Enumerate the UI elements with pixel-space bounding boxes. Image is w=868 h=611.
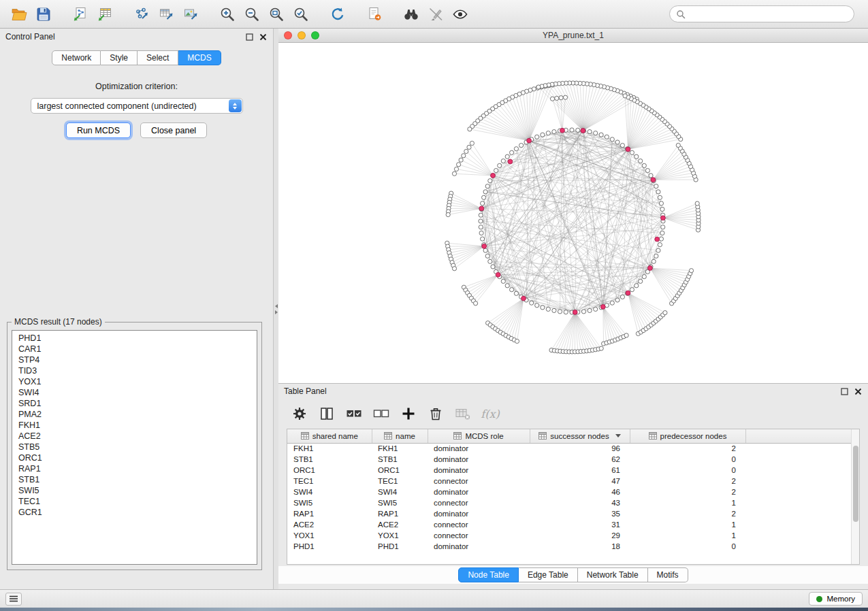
close-table-panel-button[interactable] [853, 386, 863, 396]
tab-style[interactable]: Style [101, 50, 138, 65]
mcds-result-item[interactable]: ACE2 [18, 431, 257, 442]
table-options-button[interactable] [288, 403, 311, 425]
table-row[interactable]: ACE2ACE2connector311 [287, 519, 859, 530]
table-cell: 2 [630, 508, 745, 519]
table-row[interactable]: ORC1ORC1dominator610 [287, 465, 859, 476]
create-column-button[interactable] [397, 403, 420, 425]
save-session-button[interactable] [31, 3, 56, 26]
table-row[interactable]: FKH1FKH1dominator962 [287, 443, 859, 454]
mcds-result-item[interactable]: FKH1 [18, 420, 257, 431]
column-header-MCDS-role[interactable]: MCDS role [428, 429, 530, 443]
tab-edge-table[interactable]: Edge Table [519, 567, 578, 582]
tab-mcds[interactable]: MCDS [178, 50, 221, 65]
table-cell: SWI5 [287, 497, 372, 508]
import-network-button[interactable] [68, 3, 93, 26]
open-session-button[interactable] [7, 3, 31, 26]
style-button[interactable] [423, 3, 448, 26]
toolbar-separator [117, 14, 129, 14]
tab-network[interactable]: Network [52, 50, 101, 65]
panel-menu-button[interactable] [5, 593, 22, 606]
table-row[interactable]: SWI5SWI5connector431 [287, 497, 859, 508]
plus-icon [400, 406, 417, 422]
mcds-result-item[interactable]: SRD1 [18, 398, 257, 409]
export-image-button[interactable] [178, 3, 203, 26]
table-row[interactable]: STB1STB1dominator620 [287, 454, 859, 465]
run-mcds-button[interactable]: Run MCDS [66, 122, 131, 138]
criterion-dropdown[interactable]: largest connected component (undirected) [31, 98, 243, 114]
show-columns-button[interactable] [315, 403, 338, 425]
mcds-result-item[interactable]: YOX1 [18, 376, 257, 387]
mcds-result-list[interactable]: PHD1CAR1STP4TID3YOX1SWI4SRD1PMA2FKH1ACE2… [12, 330, 257, 565]
import-table-button[interactable] [93, 3, 117, 26]
maximize-window-button[interactable] [311, 31, 319, 39]
table-cell: ACE2 [372, 519, 428, 530]
mcds-result-item[interactable]: GCR1 [18, 507, 257, 518]
search-input[interactable] [690, 10, 848, 19]
zoom-out-button[interactable] [240, 3, 264, 26]
mcds-result-item[interactable]: STB1 [18, 474, 257, 485]
column-type-icon [453, 432, 462, 440]
show-graphics-button[interactable] [448, 3, 472, 26]
panel-splitter[interactable] [274, 29, 278, 589]
table-cell: 2 [630, 443, 745, 454]
column-header-shared-name[interactable]: shared name [287, 429, 372, 443]
table-cell-filler [745, 476, 859, 486]
table-row[interactable]: PHD1PHD1dominator180 [287, 541, 859, 552]
mcds-result-item[interactable]: PMA2 [18, 409, 257, 420]
mcds-result-item[interactable]: PHD1 [18, 333, 257, 344]
share-document-button[interactable] [362, 3, 387, 26]
delete-table-button-disabled[interactable] [451, 403, 475, 425]
refresh-layout-icon [329, 6, 346, 22]
zoom-in-icon [219, 6, 236, 22]
column-header-name[interactable]: name [372, 429, 428, 443]
mcds-result-item[interactable]: CAR1 [18, 344, 257, 354]
export-network-button[interactable] [129, 3, 154, 26]
unselect-all-columns-button[interactable] [370, 403, 393, 425]
search-box [669, 5, 854, 22]
mcds-result-item[interactable]: SWI4 [18, 387, 257, 398]
table-row[interactable]: RAP1RAP1dominator352 [287, 508, 859, 519]
minimize-window-button[interactable] [298, 31, 306, 39]
table-cell-filler [745, 530, 859, 541]
mcds-result-item[interactable]: STP4 [18, 354, 257, 365]
splitter-collapse-icon[interactable] [274, 304, 278, 314]
mcds-result-item[interactable]: ORC1 [18, 452, 257, 463]
mcds-result-item[interactable]: TID3 [18, 365, 257, 376]
column-type-icon [384, 432, 392, 440]
tab-network-table[interactable]: Network Table [578, 567, 648, 582]
table-scrollbar-thumb[interactable] [853, 446, 858, 522]
table-row[interactable]: TEC1TEC1connector472 [287, 476, 859, 486]
float-table-panel-button[interactable] [839, 386, 849, 396]
table-row[interactable]: YOX1YOX1connector291 [287, 530, 859, 541]
close-panel-button[interactable] [258, 32, 268, 42]
select-all-columns-button[interactable] [342, 403, 366, 425]
table-cell: SWI4 [372, 486, 428, 497]
network-window-titlebar[interactable]: YPA_prune.txt_1 [278, 29, 868, 43]
table-cell: 62 [530, 454, 630, 465]
column-header-successor-nodes[interactable]: successor nodes [530, 429, 630, 443]
mcds-result-item[interactable]: RAP1 [18, 463, 257, 474]
zoom-in-button[interactable] [215, 3, 240, 26]
table-cell: 1 [630, 519, 745, 530]
tab-motifs[interactable]: Motifs [648, 567, 688, 582]
memory-button[interactable]: Memory [809, 592, 863, 606]
float-panel-button[interactable] [244, 32, 254, 42]
search-network-button[interactable] [399, 3, 423, 26]
apply-layout-button[interactable] [325, 3, 350, 26]
export-table-button[interactable] [154, 3, 178, 26]
zoom-fit-button[interactable] [264, 3, 289, 26]
delete-column-button[interactable] [424, 403, 447, 425]
network-canvas[interactable] [278, 43, 868, 383]
mcds-result-item[interactable]: STB5 [18, 442, 257, 452]
function-builder-button-disabled[interactable]: f(x) [479, 403, 502, 425]
close-window-button[interactable] [284, 31, 292, 39]
mcds-result-item[interactable]: TEC1 [18, 496, 257, 507]
mcds-result-item[interactable]: SWI5 [18, 485, 257, 496]
column-header-predecessor-nodes[interactable]: predecessor nodes [630, 429, 745, 443]
table-scrollbar[interactable] [851, 429, 859, 564]
table-row[interactable]: SWI4SWI4dominator462 [287, 486, 859, 497]
close-panel-action-button[interactable]: Close panel [140, 122, 207, 138]
zoom-selected-button[interactable] [289, 3, 313, 26]
tab-select[interactable]: Select [138, 50, 178, 65]
tab-node-table[interactable]: Node Table [458, 567, 519, 582]
